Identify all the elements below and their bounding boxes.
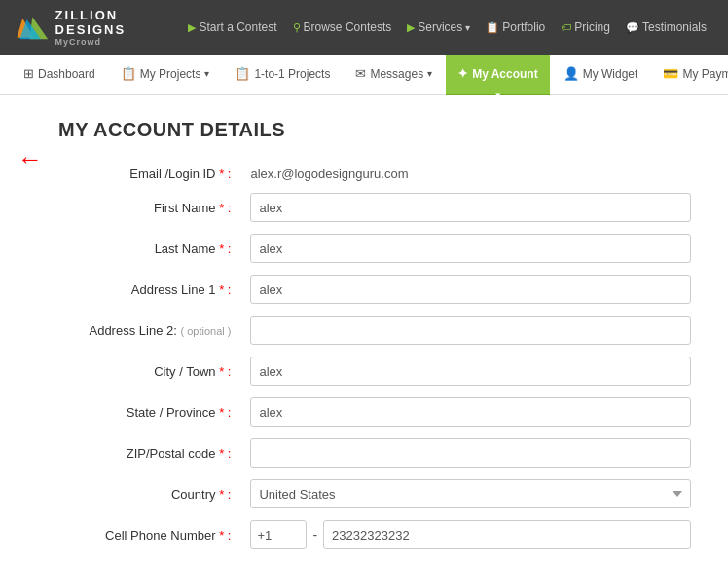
zip-row: ZIP/Postal code * :	[58, 432, 699, 473]
nav-start-contest[interactable]: ▶ Start a Contest	[182, 17, 282, 38]
nav-browse-contests[interactable]: ⚲ Browse Contests	[287, 17, 398, 38]
phone-row: Cell Phone Number * : -	[58, 514, 699, 555]
required-star: * :	[219, 167, 231, 181]
address1-label: Address Line 1 * :	[58, 269, 242, 310]
logo[interactable]: ZILLION DESIGNS MyCrowd	[16, 8, 155, 47]
email-row: Email /Login ID * : alex.r@logodesigngur…	[58, 161, 699, 187]
first-name-row: First Name * :	[58, 187, 699, 228]
top-navigation: ZILLION DESIGNS MyCrowd ▶ Start a Contes…	[0, 0, 728, 55]
play-icon: ▶	[188, 21, 196, 34]
required-star-9: * :	[219, 528, 231, 543]
last-name-input[interactable]	[250, 234, 691, 263]
address2-input[interactable]	[250, 316, 691, 345]
subnav-my-widget[interactable]: 👤 My Widget	[552, 55, 650, 95]
dashboard-icon: ⊞	[23, 66, 34, 81]
nav-services[interactable]: ▶ Services	[401, 17, 476, 38]
optional-text: ( optional )	[180, 325, 231, 337]
zip-input[interactable]	[250, 438, 691, 468]
last-name-row: Last Name * :	[58, 228, 699, 269]
nav-testimonials[interactable]: 💬 Testimonials	[620, 17, 712, 38]
tag-icon: 🏷	[561, 21, 571, 33]
projects-icon: 📋	[121, 66, 136, 81]
messages-icon: ✉	[355, 66, 366, 81]
subnav-my-payment[interactable]: 💳 My Payment	[651, 55, 728, 95]
email-value: alex.r@logodesignguru.com	[242, 161, 699, 187]
search-icon: ⚲	[293, 21, 301, 34]
zip-label: ZIP/Postal code * :	[58, 432, 242, 473]
email-display: alex.r@logodesignguru.com	[250, 167, 408, 181]
phone-dash: -	[312, 527, 317, 543]
subnav-dashboard[interactable]: ⊞ Dashboard	[12, 55, 107, 95]
phone-label: Cell Phone Number * :	[58, 514, 242, 555]
country-label: Country * :	[58, 473, 242, 514]
form-table: Email /Login ID * : alex.r@logodesigngur…	[58, 161, 699, 555]
first-name-input[interactable]	[250, 193, 691, 222]
phone-field-group: -	[250, 520, 691, 549]
subnav-my-account[interactable]: ✦ My Account	[446, 55, 550, 95]
play-icon-2: ▶	[407, 21, 415, 34]
widget-icon: 👤	[564, 66, 579, 81]
required-star-4: * :	[219, 282, 231, 297]
nav-portfolio[interactable]: 📋 Portfolio	[480, 17, 551, 38]
oneto1-icon: 📋	[235, 66, 250, 81]
state-label: State / Province * :	[58, 392, 242, 432]
city-input[interactable]	[250, 357, 691, 386]
required-star-2: * :	[219, 201, 231, 215]
calendar-icon: 📋	[486, 21, 499, 34]
speech-icon: 💬	[626, 21, 639, 34]
city-label: City / Town * :	[58, 351, 242, 392]
first-name-label: First Name * :	[58, 187, 242, 228]
sub-navigation: ⊞ Dashboard 📋 My Projects 📋 1-to-1 Proje…	[0, 55, 728, 95]
required-star-7: * :	[219, 446, 231, 461]
city-row: City / Town * :	[58, 351, 699, 392]
account-form: Email /Login ID * : alex.r@logodesigngur…	[58, 161, 699, 563]
top-nav-links: ▶ Start a Contest ⚲ Browse Contests ▶ Se…	[182, 17, 712, 38]
address2-row: Address Line 2: ( optional )	[58, 310, 699, 351]
subnav-1to1-projects[interactable]: 📋 1-to-1 Projects	[223, 55, 342, 95]
brand-name: ZILLION DESIGNS MyCrowd	[55, 8, 156, 47]
phone-prefix-input[interactable]	[250, 520, 307, 549]
country-select[interactable]: United States Canada United Kingdom Aust…	[250, 479, 691, 508]
payment-icon: 💳	[663, 66, 678, 81]
subnav-messages[interactable]: ✉ Messages	[344, 55, 444, 95]
email-label: Email /Login ID * :	[58, 161, 242, 187]
address2-label: Address Line 2: ( optional )	[58, 310, 242, 351]
required-star-8: * :	[219, 487, 231, 502]
main-content: ← MY ACCOUNT DETAILS Email /Login ID * :…	[0, 95, 728, 563]
nav-pricing[interactable]: 🏷 Pricing	[555, 17, 616, 38]
subnav-my-projects[interactable]: 📋 My Projects	[109, 55, 222, 95]
required-star-6: * :	[219, 405, 231, 420]
account-icon: ✦	[457, 66, 468, 81]
phone-number-input[interactable]	[323, 520, 691, 549]
country-row: Country * : United States Canada United …	[58, 473, 699, 514]
address1-input[interactable]	[250, 275, 691, 304]
page-title: MY ACCOUNT DETAILS	[58, 119, 699, 141]
required-star-3: * :	[219, 242, 231, 256]
address1-row: Address Line 1 * :	[58, 269, 699, 310]
arrow-indicator: ←	[18, 144, 43, 174]
last-name-label: Last Name * :	[58, 228, 242, 269]
state-row: State / Province * :	[58, 392, 699, 432]
required-star-5: * :	[219, 364, 231, 379]
state-input[interactable]	[250, 397, 691, 427]
